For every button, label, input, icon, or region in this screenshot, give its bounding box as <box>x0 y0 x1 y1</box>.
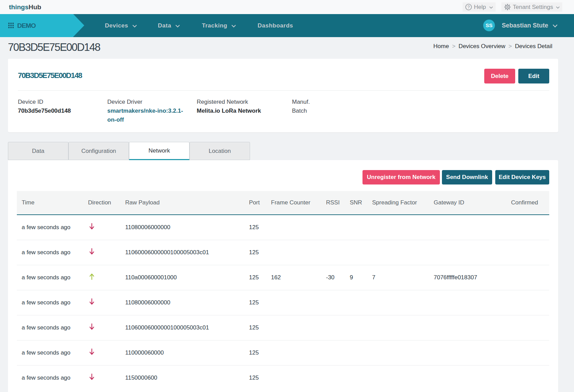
svg-text:?: ? <box>467 5 470 10</box>
